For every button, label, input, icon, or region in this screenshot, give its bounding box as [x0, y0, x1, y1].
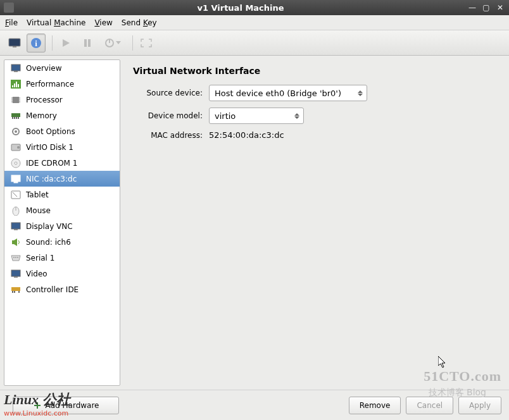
monitor-icon	[9, 63, 22, 73]
maximize-button[interactable]: ▢	[481, 3, 491, 13]
sidebar-item-nic[interactable]: NIC :da:c3:dc	[4, 171, 120, 187]
sidebar-item-label: Mouse	[26, 206, 51, 215]
menu-file[interactable]: File	[5, 18, 18, 27]
svg-point-29	[15, 130, 17, 133]
svg-rect-26	[16, 117, 17, 119]
menu-send-key[interactable]: Send Key	[122, 18, 157, 27]
sidebar-item-label: Video	[26, 269, 47, 278]
sidebar-item-tablet[interactable]: Tablet	[4, 187, 120, 202]
pause-icon	[84, 39, 91, 47]
svg-point-31	[17, 146, 20, 149]
sidebar-item-video[interactable]: Video	[4, 266, 120, 281]
source-device-label: Source device:	[133, 89, 203, 97]
svg-marker-4	[63, 39, 70, 47]
app-icon	[4, 3, 14, 13]
gear-icon	[9, 127, 22, 137]
info-icon: i	[30, 37, 42, 49]
mac-address-value: 52:54:00:da:c3:dc	[209, 130, 284, 140]
footer-bar: Add Hardware Remove Cancel Apply	[0, 390, 509, 420]
svg-rect-16	[13, 97, 19, 103]
add-hardware-button[interactable]: Add Hardware	[13, 397, 119, 414]
sidebar-item-controller-ide[interactable]: Controller IDE	[4, 281, 120, 297]
svg-rect-48	[11, 270, 20, 276]
shutdown-button[interactable]	[99, 34, 126, 52]
menu-bar: File Virtual Machine View Send Key	[0, 15, 509, 30]
sidebar-item-boot-options[interactable]: Boot Options	[4, 123, 120, 139]
svg-rect-42	[12, 240, 14, 244]
menu-virtual-machine[interactable]: Virtual Machine	[27, 18, 85, 27]
mac-address-label: MAC address:	[133, 131, 203, 140]
dropdown-icon	[358, 90, 363, 96]
svg-point-46	[15, 257, 16, 258]
sidebar-item-display-vnc[interactable]: Display VNC	[4, 218, 120, 234]
disk-icon	[9, 142, 22, 152]
menu-view[interactable]: View	[94, 18, 112, 27]
apply-button[interactable]: Apply	[458, 397, 501, 414]
svg-rect-24	[12, 117, 13, 119]
sidebar-item-mouse[interactable]: Mouse	[4, 202, 120, 218]
sidebar-item-label: Tablet	[26, 190, 49, 199]
cdrom-icon	[9, 158, 22, 168]
fullscreen-button[interactable]	[137, 34, 156, 52]
source-device-combo[interactable]: Host device eth0 (Bridge 'br0')	[209, 85, 367, 101]
svg-rect-9	[11, 65, 20, 71]
sidebar-item-label: Memory	[26, 111, 57, 120]
svg-rect-14	[16, 82, 17, 87]
sidebar-item-label: Display VNC	[26, 222, 73, 231]
dropdown-icon	[294, 113, 299, 119]
sidebar-item-label: Controller IDE	[26, 285, 79, 294]
power-icon	[104, 38, 115, 48]
svg-rect-51	[12, 291, 13, 293]
console-button[interactable]	[5, 34, 24, 52]
main-content: Overview Performance Processor Memory Bo…	[0, 56, 509, 390]
sidebar-item-label: Overview	[26, 64, 62, 73]
svg-rect-1	[13, 46, 16, 47]
svg-rect-5	[84, 39, 87, 47]
svg-rect-34	[11, 175, 20, 182]
svg-point-45	[13, 257, 15, 258]
svg-rect-12	[12, 85, 13, 87]
serial-icon	[9, 253, 22, 263]
sidebar-item-label: Serial 1	[26, 254, 54, 262]
svg-text:i: i	[35, 39, 37, 48]
svg-rect-35	[14, 182, 18, 183]
chevron-down-icon	[116, 41, 121, 44]
device-model-label: Device model:	[133, 111, 203, 120]
svg-point-47	[17, 257, 18, 258]
details-button[interactable]: i	[27, 34, 46, 52]
svg-rect-41	[14, 229, 18, 230]
device-model-combo[interactable]: virtio	[209, 108, 304, 124]
run-button[interactable]	[56, 34, 75, 52]
svg-rect-27	[18, 117, 19, 119]
monitor-icon	[9, 269, 22, 279]
device-model-value: virtio	[215, 111, 236, 121]
sidebar-item-sound[interactable]: Sound: ich6	[4, 234, 120, 250]
sidebar-item-overview[interactable]: Overview	[4, 60, 120, 76]
svg-marker-43	[14, 238, 17, 246]
tablet-icon	[9, 190, 22, 200]
sidebar-item-ide-cdrom[interactable]: IDE CDROM 1	[4, 155, 120, 171]
sidebar-item-memory[interactable]: Memory	[4, 108, 120, 123]
controller-icon	[9, 285, 22, 295]
network-icon	[9, 174, 22, 184]
pause-button[interactable]	[78, 34, 97, 52]
svg-rect-52	[14, 291, 15, 293]
sidebar-item-label: Performance	[26, 80, 74, 89]
play-icon	[61, 39, 70, 47]
cancel-button[interactable]: Cancel	[406, 397, 453, 414]
toolbar: i	[0, 30, 509, 56]
sidebar-item-serial[interactable]: Serial 1	[4, 250, 120, 266]
add-hardware-label: Add Hardware	[46, 401, 99, 410]
sidebar-item-label: IDE CDROM 1	[26, 159, 77, 168]
monitor-icon	[8, 38, 21, 48]
toolbar-separator-2	[132, 35, 133, 51]
hardware-sidebar: Overview Performance Processor Memory Bo…	[4, 59, 120, 386]
plus-icon	[33, 401, 42, 410]
sidebar-item-performance[interactable]: Performance	[4, 76, 120, 92]
sidebar-item-virtio-disk[interactable]: VirtIO Disk 1	[4, 139, 120, 155]
close-button[interactable]: ✕	[495, 3, 505, 13]
minimize-button[interactable]: —	[467, 3, 477, 13]
sidebar-item-processor[interactable]: Processor	[4, 92, 120, 108]
remove-button[interactable]: Remove	[349, 397, 401, 414]
window-title: v1 Virtual Machine	[18, 3, 463, 13]
